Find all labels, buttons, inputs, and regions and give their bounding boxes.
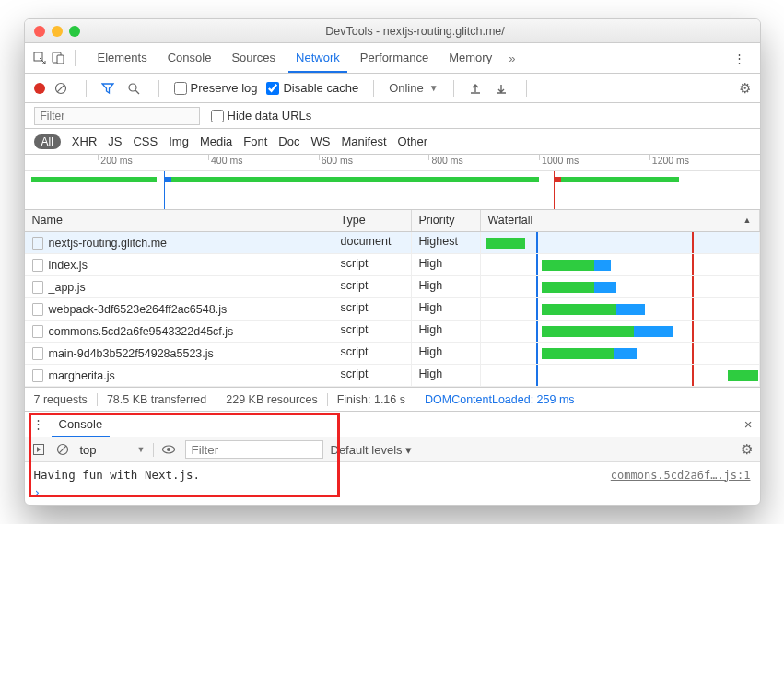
log-message: Having fun with Next.js. bbox=[34, 468, 201, 482]
window-traffic-lights bbox=[34, 26, 80, 37]
search-icon[interactable] bbox=[127, 82, 144, 95]
filter-media[interactable]: Media bbox=[200, 134, 232, 148]
request-name: commons.5cd2a6fe9543322d45cf.js bbox=[49, 325, 234, 338]
request-name: main-9d4b3b522f54928a5523.js bbox=[49, 347, 214, 360]
clear-button[interactable] bbox=[54, 82, 71, 95]
file-icon bbox=[32, 369, 43, 382]
console-clear-icon[interactable] bbox=[56, 443, 73, 456]
header-priority[interactable]: Priority bbox=[412, 210, 481, 231]
table-row[interactable]: _app.jsscriptHigh bbox=[25, 276, 760, 298]
hide-data-urls-checkbox[interactable]: Hide data URLs bbox=[211, 109, 312, 122]
sort-asc-icon: ▲ bbox=[743, 216, 752, 225]
console-prompt[interactable]: › bbox=[34, 484, 751, 501]
header-waterfall[interactable]: Waterfall▲ bbox=[481, 210, 760, 231]
request-table: nextjs-routing.glitch.medocumentHighesti… bbox=[25, 232, 760, 387]
table-row[interactable]: commons.5cd2a6fe9543322d45cf.jsscriptHig… bbox=[25, 321, 760, 343]
status-requests: 7 requests bbox=[25, 393, 98, 406]
filter-xhr[interactable]: XHR bbox=[72, 134, 97, 148]
svg-rect-2 bbox=[57, 55, 64, 64]
devtools-window: DevTools - nextjs-routing.glitch.me/ Ele… bbox=[24, 18, 761, 506]
tab-console[interactable]: Console bbox=[160, 43, 219, 73]
log-source-link[interactable]: commons.5cd2a6f….js:1 bbox=[611, 469, 751, 482]
upload-har-icon[interactable] bbox=[469, 82, 486, 95]
download-har-icon[interactable] bbox=[495, 82, 511, 95]
table-header[interactable]: Name Type Priority Waterfall▲ bbox=[25, 210, 760, 232]
console-tab[interactable]: Console bbox=[52, 412, 111, 437]
close-window-button[interactable] bbox=[34, 26, 45, 37]
network-settings-icon[interactable]: ⚙ bbox=[739, 80, 751, 97]
tab-performance[interactable]: Performance bbox=[353, 43, 436, 73]
device-toggle-icon[interactable] bbox=[51, 51, 65, 65]
status-finish: Finish: 1.16 s bbox=[328, 393, 415, 406]
svg-point-11 bbox=[167, 448, 170, 451]
filter-other[interactable]: Other bbox=[398, 134, 428, 148]
tab-network[interactable]: Network bbox=[288, 43, 347, 73]
minimize-window-button[interactable] bbox=[52, 26, 63, 37]
console-log-line: Having fun with Next.js. commons.5cd2a6f… bbox=[34, 466, 751, 484]
table-row[interactable]: index.jsscriptHigh bbox=[25, 254, 760, 276]
filter-ws[interactable]: WS bbox=[310, 134, 330, 148]
filter-img[interactable]: Img bbox=[169, 134, 189, 148]
filter-manifest[interactable]: Manifest bbox=[341, 134, 386, 148]
status-dcl: DOMContentLoaded: 259 ms bbox=[415, 393, 584, 406]
timeline-overview[interactable]: 200 ms400 ms600 ms800 ms1000 ms1200 ms bbox=[25, 155, 760, 210]
status-bar: 7 requests 78.5 KB transferred 229 KB re… bbox=[25, 387, 760, 411]
table-row[interactable]: margherita.jsscriptHigh bbox=[25, 365, 760, 387]
network-toolbar: Preserve log Disable cache Online ▼ ⚙ bbox=[25, 74, 760, 103]
live-expression-icon[interactable] bbox=[161, 443, 178, 456]
settings-menu-button[interactable]: ⋮ bbox=[733, 52, 745, 65]
svg-line-9 bbox=[59, 446, 66, 453]
drawer-menu-icon[interactable]: ⋮ bbox=[32, 417, 44, 431]
tabs-overflow-button[interactable]: » bbox=[503, 46, 521, 71]
throttling-select[interactable]: Online ▼ bbox=[389, 81, 438, 95]
tab-elements[interactable]: Elements bbox=[90, 43, 155, 73]
filter-input[interactable] bbox=[34, 107, 200, 125]
file-icon bbox=[32, 259, 43, 272]
inspect-icon[interactable] bbox=[32, 51, 47, 65]
svg-line-4 bbox=[57, 85, 64, 92]
tab-memory[interactable]: Memory bbox=[441, 43, 499, 73]
filter-font[interactable]: Font bbox=[243, 134, 267, 148]
disable-cache-checkbox[interactable]: Disable cache bbox=[266, 81, 358, 95]
log-levels-select[interactable]: Default levels ▾ bbox=[331, 443, 413, 457]
main-tabbar: ElementsConsoleSourcesNetworkPerformance… bbox=[25, 43, 760, 74]
drawer-close-icon[interactable]: × bbox=[744, 416, 753, 432]
chevron-down-icon: ▼ bbox=[429, 83, 439, 93]
record-button[interactable] bbox=[34, 83, 45, 94]
titlebar: DevTools - nextjs-routing.glitch.me/ bbox=[25, 19, 760, 43]
filter-js[interactable]: JS bbox=[108, 134, 122, 148]
file-icon bbox=[32, 237, 43, 250]
table-row[interactable]: main-9d4b3b522f54928a5523.jsscriptHigh bbox=[25, 343, 760, 365]
console-settings-icon[interactable]: ⚙ bbox=[741, 441, 753, 458]
request-type-filters: All XHRJSCSSImgMediaFontDocWSManifestOth… bbox=[25, 129, 760, 155]
request-name: margherita.js bbox=[49, 369, 115, 382]
console-filter-input[interactable] bbox=[185, 440, 323, 459]
filter-doc[interactable]: Doc bbox=[278, 134, 299, 148]
preserve-log-checkbox[interactable]: Preserve log bbox=[174, 81, 258, 95]
filter-toggle-icon[interactable] bbox=[101, 82, 118, 95]
file-icon bbox=[32, 281, 43, 294]
file-icon bbox=[32, 325, 43, 338]
request-name: nextjs-routing.glitch.me bbox=[49, 237, 168, 250]
context-select[interactable]: top ▼ bbox=[80, 443, 154, 457]
console-execute-icon[interactable] bbox=[32, 443, 49, 456]
filter-row: Hide data URLs bbox=[25, 103, 760, 129]
file-icon bbox=[32, 347, 43, 360]
status-transferred: 78.5 KB transferred bbox=[98, 393, 216, 406]
filter-css[interactable]: CSS bbox=[133, 134, 158, 148]
request-name: index.js bbox=[49, 259, 88, 272]
header-name[interactable]: Name bbox=[25, 210, 333, 231]
tab-sources[interactable]: Sources bbox=[224, 43, 283, 73]
chevron-down-icon: ▼ bbox=[137, 445, 146, 454]
table-row[interactable]: nextjs-routing.glitch.medocumentHighest bbox=[25, 232, 760, 254]
status-resources: 229 KB resources bbox=[216, 393, 327, 406]
header-type[interactable]: Type bbox=[333, 210, 412, 231]
file-icon bbox=[32, 303, 43, 316]
svg-point-5 bbox=[129, 84, 136, 91]
request-name: _app.js bbox=[49, 281, 86, 294]
filter-all[interactable]: All bbox=[34, 134, 61, 149]
zoom-window-button[interactable] bbox=[69, 26, 80, 37]
svg-line-6 bbox=[135, 90, 139, 94]
request-name: webpack-3df6523e264ff2ac6548.js bbox=[49, 303, 228, 316]
table-row[interactable]: webpack-3df6523e264ff2ac6548.jsscriptHig… bbox=[25, 298, 760, 321]
